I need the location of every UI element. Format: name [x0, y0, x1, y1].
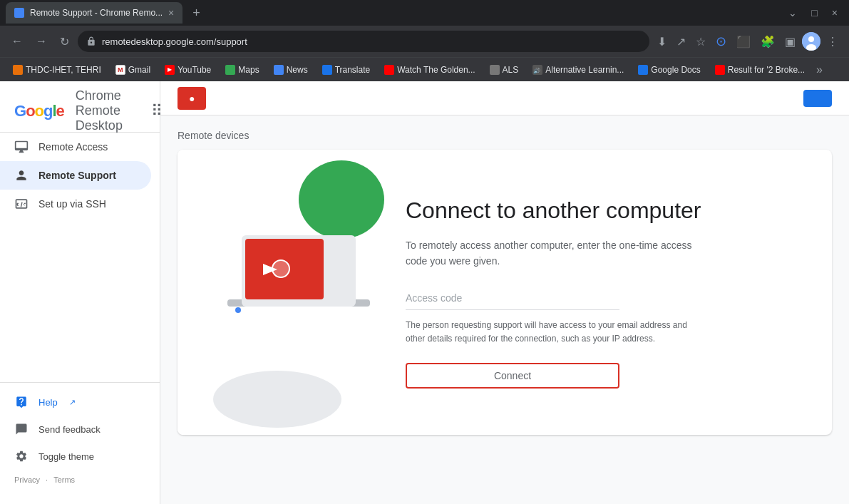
sidebar-nav: Remote Access Remote Support Set up via … — [0, 133, 160, 376]
sidebar-privacy: Privacy · Terms — [0, 470, 160, 490]
back-button[interactable]: ← — [7, 32, 27, 51]
bookmark-favicon-gdocs — [638, 65, 648, 75]
window-controls: ⌄ □ × — [783, 4, 843, 21]
google-logo: Google — [14, 102, 64, 120]
svg-point-2 — [808, 36, 814, 42]
person-icon — [14, 168, 29, 182]
sidebar-toggle-icon[interactable]: ▣ — [781, 32, 799, 51]
connect-btn-wrapper: Connect — [406, 363, 619, 389]
bookmark-label-translate: Translate — [335, 65, 371, 75]
browser-tab[interactable]: Remote Support - Chrome Remo... × — [6, 2, 182, 24]
menu-icon[interactable]: ⋮ — [823, 32, 842, 51]
help-icon — [14, 395, 29, 409]
sidebar-item-remote-support[interactable]: Remote Support — [0, 161, 151, 190]
bookmark-favicon-altlearn: 🔊 — [532, 65, 542, 75]
bookmark-label-result: Result for '2 Broke... — [728, 65, 805, 75]
monitor-icon — [14, 140, 29, 154]
bookmark-label-als: ALS — [503, 65, 519, 75]
bookmark-watch[interactable]: Watch The Golden... — [379, 63, 480, 77]
bookmark-favicon-watch — [384, 65, 394, 75]
bookmark-result[interactable]: Result for '2 Broke... — [709, 63, 811, 77]
app-name: Chrome Remote Desktop — [76, 88, 123, 133]
bookmark-favicon-thdc — [13, 65, 23, 75]
bookmark-label-youtube: YouTube — [177, 65, 211, 75]
puzzle-icon[interactable]: 🧩 — [757, 32, 778, 51]
bookmark-label-thdc: THDC-IHET, TEHRI — [26, 65, 101, 75]
sidebar-item-ssh[interactable]: Set up via SSH — [0, 190, 151, 218]
tab-close-button[interactable]: × — [168, 8, 174, 18]
terms-link[interactable]: Terms — [53, 475, 75, 484]
red-action-button[interactable]: ● — [177, 87, 206, 110]
bookmark-label-watch: Watch The Golden... — [397, 65, 475, 75]
url-text[interactable]: remotedesktop.google.com/support — [102, 36, 247, 47]
illustration-svg — [185, 157, 384, 428]
browser-titlebar: Remote Support - Chrome Remo... × + ⌄ □ … — [0, 0, 849, 26]
card-description: To remotely access another computer, ent… — [406, 237, 705, 269]
privacy-link[interactable]: Privacy — [14, 475, 40, 484]
bookmark-favicon-maps — [225, 65, 235, 75]
external-link-icon: ↗ — [69, 398, 76, 407]
bookmark-label-news: News — [287, 65, 308, 75]
privacy-note: The person requesting support will have … — [406, 319, 691, 346]
extensions-icon[interactable]: ⬛ — [733, 32, 754, 51]
bookmark-als[interactable]: ALS — [484, 63, 525, 77]
card-title: Connect to another computer — [406, 196, 803, 226]
bookmark-favicon-youtube: ▶ — [165, 65, 175, 75]
card-illustration — [177, 150, 391, 435]
address-bar[interactable]: remotedesktop.google.com/support — [78, 31, 649, 52]
help-item[interactable]: Help ↗ — [0, 389, 160, 416]
section-title: Remote devices — [177, 130, 832, 141]
new-tab-button[interactable]: + — [188, 6, 205, 21]
svg-point-13 — [272, 260, 289, 277]
bookmark-thdc[interactable]: THDC-IHET, TEHRI — [7, 63, 107, 77]
minimize-button[interactable]: ⌄ — [783, 4, 803, 21]
bookmark-favicon-news — [274, 65, 284, 75]
remote-devices-section: Remote devices — [160, 115, 849, 449]
bookmark-gmail[interactable]: M Gmail — [110, 63, 156, 77]
feedback-icon — [14, 422, 29, 436]
blue-indicator — [803, 90, 832, 107]
profile-avatar[interactable] — [802, 32, 820, 51]
download-icon[interactable]: ⬇ — [654, 32, 670, 51]
sidebar-item-remote-access[interactable]: Remote Access — [0, 133, 151, 161]
theme-icon — [14, 449, 29, 463]
forward-button[interactable]: → — [31, 32, 51, 51]
svg-rect-0 — [16, 9, 23, 16]
bookmark-translate[interactable]: Translate — [317, 63, 376, 77]
reload-button[interactable]: ↻ — [56, 32, 73, 51]
toggle-theme-label: Toggle theme — [38, 451, 94, 462]
bookmark-favicon-als — [490, 65, 500, 75]
feedback-label: Send feedback — [38, 424, 101, 435]
svg-point-14 — [235, 307, 241, 313]
bookmark-gdocs[interactable]: Google Docs — [632, 63, 706, 77]
access-code-input[interactable] — [406, 287, 619, 310]
bookmark-favicon-translate — [322, 65, 332, 75]
toggle-theme-item[interactable]: Toggle theme — [0, 443, 160, 470]
main-content: ● Remote devices — [160, 81, 849, 504]
bookmark-youtube[interactable]: ▶ YouTube — [159, 63, 217, 77]
share-icon[interactable]: ↗ — [673, 32, 689, 51]
bookmark-news[interactable]: News — [268, 63, 314, 77]
sidebar-label-remote-access: Remote Access — [38, 141, 108, 153]
connect-button[interactable]: Connect — [406, 363, 619, 389]
feedback-item[interactable]: Send feedback — [0, 416, 160, 443]
google-account-icon[interactable]: ⊙ — [712, 31, 730, 52]
card-info: Connect to another computer To remotely … — [391, 150, 832, 435]
browser-toolbar: ← → ↻ remotedesktop.google.com/support ⬇… — [0, 26, 849, 57]
bookmark-star-icon[interactable]: ☆ — [692, 32, 709, 51]
sidebar-label-ssh: Set up via SSH — [38, 198, 106, 210]
sidebar-footer: Help ↗ Send feedback Toggle theme — [0, 382, 160, 495]
bookmark-label-gdocs: Google Docs — [651, 65, 700, 75]
bookmarks-more-button[interactable]: » — [816, 63, 823, 76]
maximize-button[interactable]: □ — [806, 4, 823, 21]
svg-point-8 — [213, 371, 341, 428]
tab-title: Remote Support - Chrome Remo... — [30, 8, 163, 18]
svg-point-7 — [299, 160, 384, 239]
lock-icon — [86, 36, 96, 46]
bookmark-altlearn[interactable]: 🔊 Alternative Learnin... — [527, 63, 629, 77]
bookmark-maps[interactable]: Maps — [220, 63, 264, 77]
close-button[interactable]: × — [826, 4, 843, 21]
bookmark-favicon-result — [715, 65, 725, 75]
help-link[interactable]: Help — [38, 397, 58, 408]
sidebar-label-remote-support: Remote Support — [38, 170, 116, 181]
